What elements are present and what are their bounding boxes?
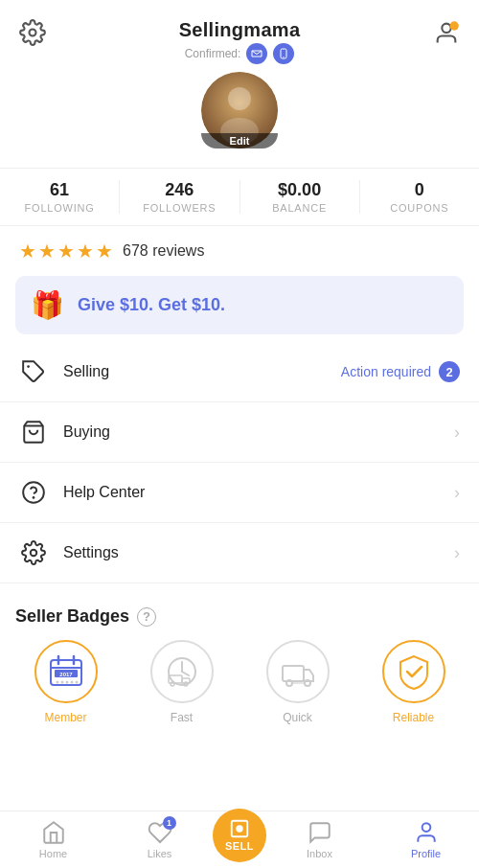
action-badge: 2 [439,361,460,382]
help-label: Help Center [63,484,439,501]
phone-confirmed-icon [273,43,294,64]
svg-point-29 [171,682,174,686]
badges-help-icon[interactable]: ? [137,607,156,627]
balance-label: BALANCE [272,202,327,214]
avatar-wrapper[interactable]: Edit [201,72,278,148]
bottom-nav: Home 1 Likes SELL Inbox [0,811,479,868]
svg-point-23 [75,681,78,684]
stat-balance[interactable]: $0.00 BALANCE [240,180,360,214]
svg-point-33 [305,680,310,686]
settings-button[interactable] [15,15,50,53]
chevron-right-icon: › [454,483,460,503]
gift-icon: 🎁 [31,289,64,321]
give-text: Give $10. Get $10. [78,295,225,315]
member-badge-circle: 2017 [34,640,98,703]
menu-item-settings[interactable]: Settings › [0,523,479,583]
seller-badges-section: Seller Badges ? 2017 [0,591,479,732]
svg-point-20 [60,681,63,684]
give-banner[interactable]: 🎁 Give $10. Get $10. [15,276,464,334]
username: Sellingmama [179,19,301,41]
svg-text:2017: 2017 [59,672,73,677]
following-label: FOLLOWING [25,202,95,214]
svg-point-6 [442,24,450,33]
reliable-badge-circle [382,640,445,703]
svg-point-0 [30,30,36,36]
fast-badge-label: Fast [171,711,193,724]
svg-point-37 [422,823,430,832]
notifications-button[interactable] [429,15,464,53]
quick-badge-label: Quick [283,711,312,724]
home-icon [41,820,66,845]
svg-point-12 [31,550,37,557]
avatar-edit-label[interactable]: Edit [201,133,278,148]
inbox-label: Inbox [307,848,332,859]
svg-point-32 [286,680,292,686]
action-required-row: Action required 2 [341,361,460,382]
profile-icon [414,820,439,845]
stars: ★ ★ ★ ★ ★ [19,240,113,263]
menu-item-selling[interactable]: Selling Action required 2 [0,342,479,402]
svg-point-4 [228,87,251,110]
balance-value: $0.00 [278,180,321,200]
badge-member: 2017 Member [15,640,116,724]
star-4: ★ [77,240,94,263]
chevron-right-icon: › [454,423,460,443]
reviews-count: 678 reviews [123,242,204,260]
menu-item-buying[interactable]: Buying › [0,402,479,463]
likes-badge: 1 [163,816,176,830]
help-icon [19,478,48,507]
svg-point-19 [56,681,58,684]
settings-label: Settings [63,544,439,561]
nav-home[interactable]: Home [0,811,106,868]
star-2: ★ [38,240,56,263]
reviews-row[interactable]: ★ ★ ★ ★ ★ 678 reviews [0,226,479,276]
nav-likes[interactable]: 1 Likes [106,811,213,868]
buying-label: Buying [63,423,439,441]
svg-point-2 [284,57,285,57]
reliable-badge-label: Reliable [393,711,434,724]
badge-reliable: Reliable [363,640,464,724]
stat-coupons[interactable]: 0 COUPONS [360,180,479,214]
badge-quick: Quick [247,640,348,724]
svg-line-26 [182,672,189,675]
svg-point-36 [237,826,242,832]
followers-value: 246 [165,180,194,200]
star-1: ★ [19,240,36,263]
coupons-label: COUPONS [390,202,448,214]
seller-badges-header: Seller Badges ? [15,606,464,627]
member-badge-label: Member [44,711,86,724]
star-3: ★ [57,240,75,263]
svg-point-7 [450,21,459,30]
nav-sell[interactable]: SELL [213,809,266,862]
stat-following[interactable]: 61 FOLLOWING [0,180,120,214]
stats-row: 61 FOLLOWING 246 FOLLOWERS $0.00 BALANCE… [0,168,479,226]
fast-badge-circle [150,640,214,703]
following-value: 61 [50,180,69,200]
menu-list: Selling Action required 2 Buying › [0,342,479,583]
home-label: Home [39,848,67,859]
nav-profile[interactable]: Profile [373,811,479,868]
header: Sellingmama Confirmed: [0,0,479,160]
coupons-value: 0 [415,180,424,200]
nav-inbox[interactable]: Inbox [266,811,373,868]
menu-item-help[interactable]: Help Center › [0,463,479,523]
profile-center: Sellingmama Confirmed: [50,19,429,152]
profile-label: Profile [411,848,441,859]
badge-fast: Fast [131,640,232,724]
sell-label: SELL [225,840,254,852]
main-content: Sellingmama Confirmed: [0,0,479,799]
likes-icon: 1 [148,820,172,845]
buying-icon [19,418,48,446]
svg-point-22 [70,681,73,684]
action-required-text: Action required [341,364,431,379]
stat-followers[interactable]: 246 FOLLOWERS [120,180,240,214]
svg-rect-31 [283,666,304,681]
seller-badges-title: Seller Badges [15,606,129,627]
email-confirmed-icon [246,43,267,64]
svg-point-21 [65,681,68,684]
inbox-icon [308,820,332,845]
quick-badge-circle [266,640,330,703]
confirmed-row: Confirmed: [185,43,295,64]
settings-icon [19,538,48,567]
confirmed-label: Confirmed: [185,47,241,60]
